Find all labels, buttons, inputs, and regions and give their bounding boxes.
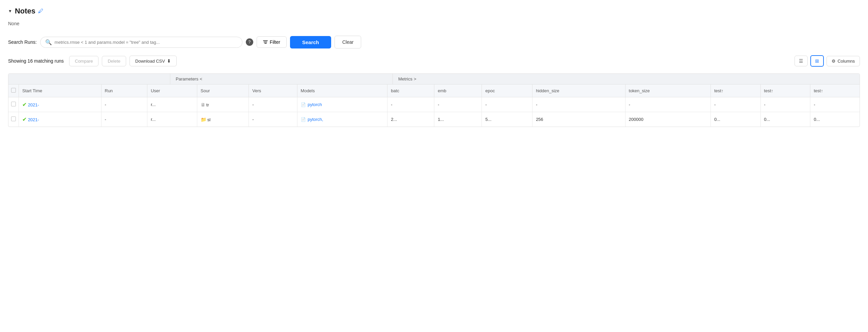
table-row: ✔ 2021- - r... 🖥tr - 📄 pytorch - - - - -… xyxy=(8,97,860,112)
col-test1: test↑ xyxy=(711,85,760,97)
cell-batch: - xyxy=(387,97,434,112)
compare-button[interactable]: Compare xyxy=(69,56,98,66)
metrics-group-header: Metrics > xyxy=(393,74,860,84)
start-time-link[interactable]: 2021- xyxy=(28,102,39,107)
cell-start-time: ✔ 2021- xyxy=(19,112,102,127)
status-icon: ✔ xyxy=(22,102,27,107)
filter-icon xyxy=(263,40,268,44)
search-input-wrapper: 🔍 xyxy=(40,37,242,48)
cell-epoch: 5... xyxy=(482,112,532,127)
parameters-group-header: Parameters < xyxy=(170,74,393,84)
search-button[interactable]: Search xyxy=(290,36,331,48)
edit-notes-icon[interactable]: 🖊 xyxy=(38,8,44,14)
col-test2: test↑ xyxy=(760,85,810,97)
col-models: Models xyxy=(297,85,387,97)
col-epoch: epoc xyxy=(482,85,532,97)
grid-view-button[interactable]: ⊞ xyxy=(810,55,824,67)
search-runs-input[interactable] xyxy=(55,40,237,45)
col-user: User xyxy=(147,85,197,97)
list-view-button[interactable]: ☰ xyxy=(794,56,808,66)
cell-run: - xyxy=(101,112,147,127)
status-icon: ✔ xyxy=(22,117,27,122)
cell-model: 📄 pytorch xyxy=(297,97,387,112)
search-icon: 🔍 xyxy=(45,39,52,45)
grid-view-icon: ⊞ xyxy=(815,58,819,64)
metrics-chevron-icon[interactable]: > xyxy=(414,76,416,81)
runs-table-container: Parameters < Metrics > Start Time Run Us… xyxy=(8,73,860,127)
notes-header: ▼ Notes 🖊 xyxy=(8,7,860,15)
parameters-chevron-icon[interactable]: < xyxy=(200,76,202,81)
cell-test1: - xyxy=(711,97,760,112)
cell-model: 📄 pytorch, xyxy=(297,112,387,127)
cell-epoch: - xyxy=(482,97,532,112)
help-icon[interactable]: ? xyxy=(246,38,253,46)
spacer-header xyxy=(8,74,170,84)
col-emb: emb xyxy=(434,85,482,97)
cell-start-time: ✔ 2021- xyxy=(19,97,102,112)
source-icon: 📁 xyxy=(201,117,206,122)
notes-title: Notes xyxy=(15,7,35,15)
model-link[interactable]: pytorch xyxy=(308,102,322,107)
search-runs-label: Search Runs: xyxy=(8,39,37,45)
cell-version: - xyxy=(249,97,297,112)
cell-user: r... xyxy=(147,112,197,127)
col-hidden-size: hidden_size xyxy=(532,85,625,97)
row-checkbox-cell[interactable] xyxy=(8,112,19,127)
cell-test3: - xyxy=(810,97,860,112)
model-link[interactable]: pytorch, xyxy=(308,117,323,122)
columns-button[interactable]: ⚙ Columns xyxy=(827,56,860,66)
cell-version: - xyxy=(249,112,297,127)
search-runs-row: Search Runs: 🔍 ? Filter Search Clear xyxy=(8,36,860,48)
col-source: Sour xyxy=(197,85,249,97)
results-row: Showing 16 matching runs Compare Delete … xyxy=(8,55,860,67)
results-count: Showing 16 matching runs xyxy=(8,58,64,64)
select-all-header[interactable] xyxy=(8,85,19,97)
clear-button[interactable]: Clear xyxy=(335,36,361,48)
row-checkbox[interactable] xyxy=(11,117,16,121)
row-checkbox-cell[interactable] xyxy=(8,97,19,112)
col-run: Run xyxy=(101,85,147,97)
cell-test2: - xyxy=(760,97,810,112)
delete-button[interactable]: Delete xyxy=(102,56,126,66)
col-batch: batc xyxy=(387,85,434,97)
runs-table: Start Time Run User Sour Vers Models bat… xyxy=(8,85,860,127)
download-csv-button[interactable]: Download CSV ⬇ xyxy=(129,56,177,66)
cell-source: 📁sl xyxy=(197,112,249,127)
model-file-icon: 📄 xyxy=(301,117,306,122)
row-checkbox[interactable] xyxy=(11,102,16,106)
list-view-icon: ☰ xyxy=(799,58,803,64)
table-header-row: Start Time Run User Sour Vers Models bat… xyxy=(8,85,860,97)
start-time-link[interactable]: 2021- xyxy=(28,117,39,122)
table-row: ✔ 2021- - r... 📁sl - 📄 pytorch, 2... 1..… xyxy=(8,112,860,127)
cell-run: - xyxy=(101,97,147,112)
cell-user: r... xyxy=(147,97,197,112)
cell-emb: 1... xyxy=(434,112,482,127)
cell-batch: 2... xyxy=(387,112,434,127)
model-file-icon: 📄 xyxy=(301,102,306,107)
collapse-chevron-icon[interactable]: ▼ xyxy=(8,9,12,13)
col-test3: test↑ xyxy=(810,85,860,97)
cell-test1: 0... xyxy=(711,112,760,127)
col-start-time: Start Time xyxy=(19,85,102,97)
select-all-checkbox[interactable] xyxy=(11,88,16,93)
cell-source: 🖥tr xyxy=(197,97,249,112)
gear-icon: ⚙ xyxy=(832,59,836,64)
cell-token-size: 200000 xyxy=(625,112,711,127)
notes-content: None xyxy=(8,21,860,26)
col-token-size: token_size xyxy=(625,85,711,97)
cell-test2: 0... xyxy=(760,112,810,127)
cell-test3: 0... xyxy=(810,112,860,127)
cell-hidden-size: 256 xyxy=(532,112,625,127)
cell-token-size: - xyxy=(625,97,711,112)
view-controls: ☰ ⊞ ⚙ Columns xyxy=(794,55,860,67)
cell-hidden-size: - xyxy=(532,97,625,112)
download-icon: ⬇ xyxy=(167,58,171,64)
filter-button[interactable]: Filter xyxy=(257,36,287,48)
cell-emb: - xyxy=(434,97,482,112)
col-version: Vers xyxy=(249,85,297,97)
table-group-header: Parameters < Metrics > xyxy=(8,74,860,85)
source-icon: 🖥 xyxy=(201,102,205,107)
